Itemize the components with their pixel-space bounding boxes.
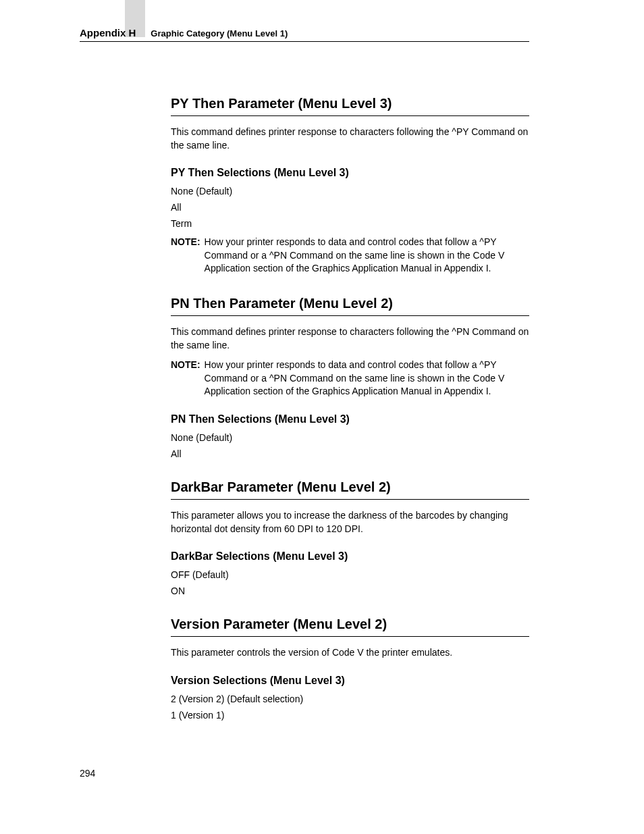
version-heading: Version Parameter (Menu Level 2) [171,617,529,637]
list-item: ON [171,585,529,596]
note-text: How your printer responds to data and co… [205,359,529,398]
version-subheading: Version Selections (Menu Level 3) [171,675,529,687]
pn-then-subheading: PN Then Selections (Menu Level 3) [171,413,529,425]
list-item: OFF (Default) [171,569,529,580]
pn-then-note: NOTE: How your printer responds to data … [171,359,529,398]
page: Appendix H Graphic Category (Menu Level … [0,0,644,819]
header-title: Graphic Category (Menu Level 1) [151,28,288,38]
pn-then-desc: This command defines printer response to… [171,325,529,352]
darkbar-heading: DarkBar Parameter (Menu Level 2) [171,479,529,500]
page-number: 294 [80,768,529,779]
list-item: 1 (Version 1) [171,710,529,721]
note-label: NOTE: [171,359,200,398]
py-then-desc: This command defines printer response to… [171,126,529,152]
pn-then-heading: PN Then Parameter (Menu Level 2) [171,296,529,316]
py-then-heading: PY Then Parameter (Menu Level 3) [171,96,529,116]
list-item: None (Default) [171,432,529,443]
version-desc: This parameter controls the version of C… [171,646,529,660]
running-header: Appendix H Graphic Category (Menu Level … [80,27,529,42]
list-item: All [171,448,529,459]
appendix-label: Appendix H [80,27,136,38]
darkbar-subheading: DarkBar Selections (Menu Level 3) [171,550,529,563]
list-item: Term [171,218,529,229]
content-area: PY Then Parameter (Menu Level 3) This co… [171,96,529,721]
list-item: None (Default) [171,186,529,197]
py-then-subheading: PY Then Selections (Menu Level 3) [171,167,529,179]
note-text: How your printer responds to data and co… [205,236,529,276]
list-item: All [171,202,529,213]
list-item: 2 (Version 2) (Default selection) [171,694,529,704]
darkbar-desc: This parameter allows you to increase th… [171,509,529,536]
py-then-note: NOTE: How your printer responds to data … [171,236,529,276]
note-label: NOTE: [171,236,200,276]
